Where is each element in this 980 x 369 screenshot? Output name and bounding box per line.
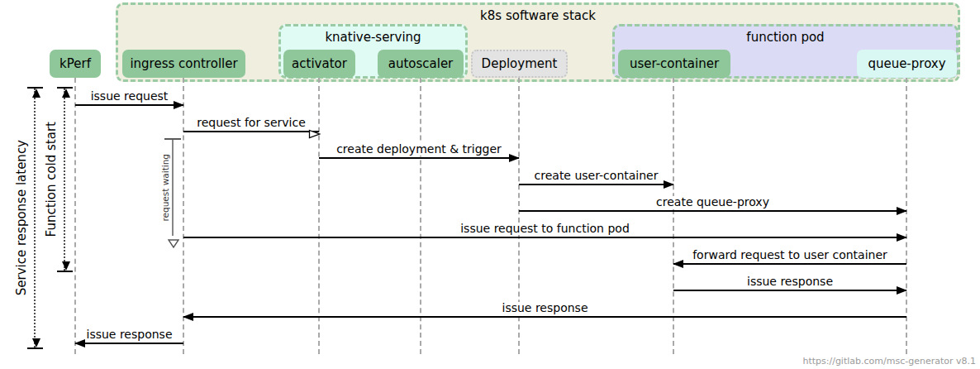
open-arrowhead-icon xyxy=(308,127,321,137)
message-8-issue-response: issue response xyxy=(183,299,906,318)
filled-arrowhead-icon xyxy=(174,101,184,109)
message-label: issue response xyxy=(745,276,835,288)
message-label: issue response xyxy=(499,302,590,314)
message-label: request for service xyxy=(194,117,308,129)
participant-label-autoscaler: autoscaler xyxy=(388,56,454,71)
filled-arrowhead-icon xyxy=(664,180,674,189)
group-title-function-pod: function pod xyxy=(615,26,956,45)
up-arrowhead-icon xyxy=(62,89,70,98)
measure-function-cold-start: Function cold start xyxy=(64,89,65,271)
message-2-create-deployment-trigger: create deployment & trigger xyxy=(319,140,519,159)
measure-label-wrap: Function cold start xyxy=(44,89,59,271)
msc-generator-watermark: https://gitlab.com/msc-generator v8.1 xyxy=(802,356,976,367)
message-label: create user-container xyxy=(532,170,661,182)
down-arrowhead-icon xyxy=(62,261,70,271)
participant-box-deployment: Deployment xyxy=(471,50,568,78)
participant-label-activator: activator xyxy=(292,56,347,71)
participant-label-ingress: ingress controller xyxy=(130,56,237,71)
measure-label-wrap: Service response latency xyxy=(14,89,29,347)
message-0-issue-request: issue request xyxy=(75,87,183,106)
up-arrowhead-icon xyxy=(32,89,40,98)
message-9-issue-response: issue response xyxy=(75,325,183,344)
filled-arrowhead-icon xyxy=(897,286,907,295)
message-label: create deployment & trigger xyxy=(334,143,504,156)
waiting-label-wrap: request waiting xyxy=(160,140,170,236)
waiting-label: request waiting xyxy=(160,154,170,222)
filled-arrowhead-icon xyxy=(74,339,85,347)
message-7-issue-response: issue response xyxy=(673,272,906,291)
filled-arrowhead-icon xyxy=(183,313,193,321)
request-waiting-marker: request waiting xyxy=(172,140,174,236)
participant-label-kperf: kPerf xyxy=(59,56,91,71)
measure-label-service-response-latency: Service response latency xyxy=(14,140,29,295)
message-6-forward-request-to-user-container: forward request to user container xyxy=(673,246,906,265)
participant-box-ingress: ingress controller xyxy=(122,50,245,78)
participant-box-kperf: kPerf xyxy=(50,50,101,78)
participant-label-queue-proxy: queue-proxy xyxy=(868,56,945,71)
measure-end-bar xyxy=(57,271,73,272)
sequence-diagram-canvas: k8s software stack knative-serving funct… xyxy=(0,0,980,369)
measure-end-bar xyxy=(27,347,43,349)
participant-box-activator: activator xyxy=(283,50,355,78)
message-label: issue request xyxy=(88,90,171,103)
message-3-create-user-container: create user-container xyxy=(519,166,673,185)
message-label: issue response xyxy=(83,328,174,341)
filled-arrowhead-icon xyxy=(897,207,907,215)
group-title-k8s-software-stack: k8s software stack xyxy=(118,5,958,23)
filled-arrowhead-icon xyxy=(897,233,907,242)
message-1-request-for-service: request for service xyxy=(183,113,319,132)
measure-service-response-latency: Service response latency xyxy=(34,89,36,347)
measure-label-function-cold-start: Function cold start xyxy=(44,122,59,237)
participant-box-user-container: user-container xyxy=(618,50,730,78)
message-label: create queue-proxy xyxy=(654,196,772,208)
lifeline-kperf xyxy=(74,78,76,354)
filled-arrowhead-icon xyxy=(509,154,520,162)
participant-box-queue-proxy: queue-proxy xyxy=(857,50,957,78)
message-label: forward request to user container xyxy=(690,249,890,261)
participant-box-autoscaler: autoscaler xyxy=(378,50,464,78)
filled-arrowhead-icon xyxy=(673,260,683,268)
message-5-issue-request-to-function-pod: issue request to function pod xyxy=(183,219,906,238)
group-title-knative-serving: knative-serving xyxy=(281,26,465,45)
down-arrowhead-icon xyxy=(32,338,40,347)
message-label: issue request to function pod xyxy=(458,223,632,235)
message-4-create-queue-proxy: create queue-proxy xyxy=(519,193,906,212)
open-down-triangle-icon xyxy=(168,236,179,245)
participant-label-deployment: Deployment xyxy=(482,56,558,71)
participant-label-user-container: user-container xyxy=(630,56,719,71)
